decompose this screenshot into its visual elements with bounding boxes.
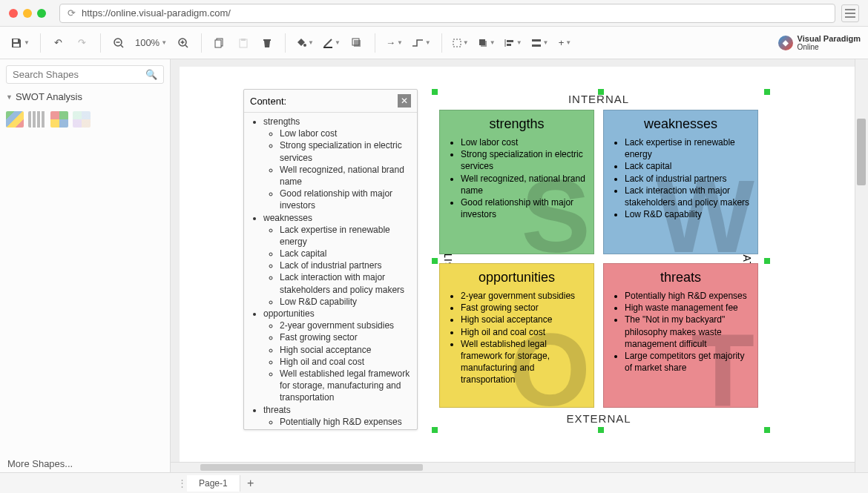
zoom-in-button[interactable] [173,33,194,53]
svg-rect-22 [507,40,513,42]
redo-button[interactable]: ↷ [72,33,93,53]
selection-handle[interactable] [764,427,770,433]
search-icon[interactable]: 🔍 [145,69,157,80]
swot-shape-1[interactable] [6,111,24,128]
selection-handle[interactable] [432,427,438,433]
svg-rect-16 [354,40,361,47]
content-editor-dialog[interactable]: Content: ✕ strengthsLow labor costStrong… [243,89,418,430]
content-section: weaknessesLack expertise in renewable en… [263,212,411,308]
selection-handle[interactable] [764,258,770,264]
strengths-title: strengths [447,116,586,132]
content-section: strengthsLow labor costStrong specializa… [263,116,411,212]
selection-handle[interactable] [432,258,438,264]
quadrant-opportunities[interactable]: O opportunities 2-year government subsid… [439,263,594,408]
fill-color-button[interactable]: ▼ [293,33,317,53]
search-shapes-input[interactable] [13,69,145,80]
quadrant-strengths[interactable]: S strengths Low labor costStrong special… [439,110,594,254]
close-window-icon[interactable] [9,9,18,18]
brand-text-2: Online [798,43,861,51]
scroll-thumb[interactable] [200,464,423,471]
content-item: High social acceptance [280,344,411,356]
line-color-button[interactable]: ▼ [320,33,343,53]
content-item: Low labor cost [280,128,411,139]
content-item: Good relationship with major investors [280,188,411,211]
page-tabs-bar: ⋮ Page-1 + [0,472,868,493]
reload-icon[interactable]: ⟳ [68,7,76,19]
more-shapes-link[interactable]: More Shapes... [7,458,73,469]
swot-shape-2[interactable] [28,111,46,128]
zoom-level[interactable]: 100%▼ [132,33,170,53]
content-item: Lack expertise in renewable energy [280,224,411,248]
canvas[interactable]: Content: ✕ strengthsLow labor costStrong… [180,67,855,462]
category-swot[interactable]: ▼ SWOT Analysis [6,91,164,102]
axis-bottom-label: EXTERNAL [439,412,758,425]
threats-title: threats [611,270,750,285]
list-item: High waste management fee [625,302,750,314]
list-item: Well established legal framework for sto… [461,338,586,386]
content-section: threatsPotentially high R&D expensesHigh… [263,404,411,430]
selection-handle[interactable] [598,427,604,433]
svg-rect-1 [13,44,19,47]
content-item: 2-year government subsidies [280,320,411,331]
save-button[interactable]: ▼ [7,33,33,53]
menu-icon[interactable] [841,4,859,22]
copy-button[interactable] [209,33,230,53]
add-button[interactable]: +▼ [554,33,575,53]
brand-text-1: Visual Paradigm [798,34,861,43]
url-bar[interactable]: ⟳ https://online.visual-paradigm.com/ [59,4,835,23]
page-tab-1[interactable]: Page-1 [187,475,240,492]
content-dialog-body[interactable]: strengthsLow labor costStrong specializa… [244,113,417,429]
shadow-button[interactable] [346,33,367,53]
distribute-button[interactable]: ▼ [528,33,552,53]
selection-handle[interactable] [764,89,770,95]
undo-button[interactable]: ↶ [48,33,69,53]
list-item: High oil and coal cost [461,326,586,338]
zoom-out-button[interactable] [108,33,129,53]
quadrant-weaknesses[interactable]: W weaknesses Lack expertise in renewable… [603,110,758,254]
scroll-thumb[interactable] [857,119,866,185]
svg-rect-13 [263,39,271,41]
swot-shape-3[interactable] [50,111,68,128]
content-item: Potentially high R&D expenses [280,416,411,428]
arrange-front-button[interactable]: ▼ [475,33,499,53]
shape-palette [6,111,164,128]
vertical-scrollbar[interactable] [855,59,868,472]
connector-button[interactable]: →▼ [383,33,406,53]
search-shapes[interactable]: 🔍 [6,65,164,84]
content-item: Fast growing sector [280,331,411,343]
svg-rect-20 [479,39,485,45]
page-drag-handle[interactable]: ⋮ [177,477,187,489]
swot-shape-4[interactable] [73,111,91,128]
svg-point-14 [303,44,306,47]
brand-logo[interactable]: ◆ Visual ParadigmOnline [778,34,861,51]
window-controls [9,9,46,18]
close-icon[interactable]: ✕ [398,94,411,107]
selection-handle[interactable] [432,89,438,95]
list-item: 2-year government subsidies [461,290,586,302]
content-dialog-title: Content: [250,96,286,107]
svg-rect-24 [532,39,541,42]
list-item: Lack interaction with major stakeholders… [625,185,750,208]
list-item: Strong specialization in electric servic… [461,148,586,172]
horizontal-scrollbar[interactable] [171,462,855,472]
url-text: https://online.visual-paradigm.com/ [82,7,231,19]
delete-button[interactable] [257,33,277,53]
content-item: Lack of industrial partners [280,259,411,271]
paste-button[interactable] [233,33,254,53]
svg-rect-25 [532,44,541,47]
shapes-sidebar: 🔍 ▼ SWOT Analysis More Shapes... [0,59,171,472]
selection-style-button[interactable]: ▼ [450,33,472,53]
canvas-area[interactable]: Content: ✕ strengthsLow labor costStrong… [171,59,868,472]
swot-diagram[interactable]: INTERNAL POSITIVE NEGATIVE S strengths L… [439,93,758,425]
content-item: Low R&D capability [280,296,411,308]
quadrant-threats[interactable]: T threats Potentially high R&D expensesH… [603,263,758,408]
align-button[interactable]: ▼ [502,33,525,53]
chevron-down-icon: ▼ [6,93,13,101]
maximize-window-icon[interactable] [37,9,46,18]
list-item: Lack capital [625,160,750,172]
waypoint-button[interactable]: ▼ [409,33,434,53]
svg-rect-23 [507,44,511,46]
add-page-button[interactable]: + [240,477,261,490]
content-section: opportunities2-year government subsidies… [263,308,411,404]
minimize-window-icon[interactable] [23,9,32,18]
